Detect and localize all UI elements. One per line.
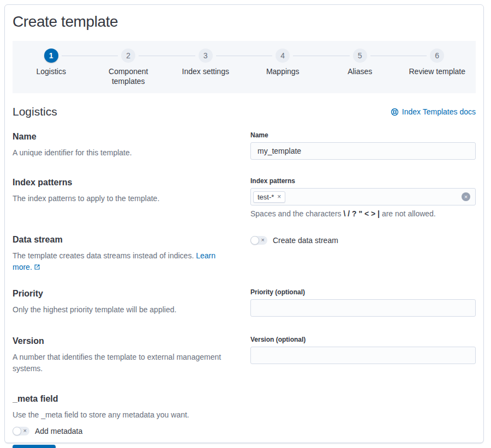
page-title: Create template bbox=[13, 13, 476, 31]
remove-tag-icon[interactable]: × bbox=[277, 193, 281, 200]
form-row-priority: Priority Only the highest priority templ… bbox=[13, 288, 476, 317]
form-row-data-stream: Data stream The template creates data st… bbox=[13, 234, 476, 274]
step-connector bbox=[370, 56, 399, 56]
toggle-thumb bbox=[250, 236, 259, 245]
next-button[interactable]: Next bbox=[13, 445, 56, 448]
index-pattern-tag: test-* × bbox=[253, 191, 285, 203]
version-input[interactable] bbox=[250, 347, 476, 364]
create-data-stream-toggle-label: Create data stream bbox=[273, 236, 338, 245]
step-connector bbox=[216, 56, 244, 56]
step-label: Component templates bbox=[95, 66, 161, 87]
index-patterns-helper-text: Spaces and the characters \ / ? " < > | … bbox=[250, 209, 476, 218]
step-connector bbox=[139, 56, 167, 56]
create-data-stream-toggle[interactable]: × bbox=[250, 236, 267, 245]
toggle-off-icon: × bbox=[23, 428, 27, 434]
step-connector bbox=[244, 56, 273, 56]
step-label: Review template bbox=[409, 66, 466, 77]
meta-row-description: Use the _meta field to store any metadat… bbox=[13, 409, 460, 421]
add-metadata-toggle[interactable]: × bbox=[13, 427, 29, 435]
step-number-badge: 1 bbox=[44, 49, 58, 63]
docs-link-label: Index Templates docs bbox=[402, 107, 476, 116]
version-row-title: Version bbox=[13, 336, 235, 347]
step-number-badge: 5 bbox=[353, 49, 367, 63]
form-row-version: Version A number that identifies the tem… bbox=[13, 336, 476, 374]
index-pattern-tag-text: test-* bbox=[258, 193, 274, 201]
index-patterns-field-label: Index patterns bbox=[250, 177, 476, 185]
index-patterns-row-title: Index patterns bbox=[13, 177, 235, 189]
index-patterns-row-description: The index patterns to apply to the templ… bbox=[13, 193, 235, 204]
section-title: Logistics bbox=[13, 105, 57, 118]
step-connector bbox=[167, 56, 195, 56]
step-number-badge: 6 bbox=[430, 49, 444, 63]
step-label: Logistics bbox=[37, 66, 66, 77]
step-mappings[interactable]: 4 Mappings bbox=[244, 49, 322, 87]
help-icon bbox=[391, 108, 399, 116]
priority-input[interactable] bbox=[250, 299, 476, 317]
form-row-meta: _meta field Use the _meta field to store… bbox=[13, 393, 476, 421]
step-connector bbox=[399, 56, 427, 56]
step-label: Index settings bbox=[182, 66, 229, 77]
meta-row-title: _meta field bbox=[13, 393, 460, 405]
name-field-label: Name bbox=[250, 131, 476, 139]
name-input[interactable] bbox=[250, 142, 476, 160]
wizard-stepper: 1 Logistics 2 Component templates 3 Inde… bbox=[13, 41, 476, 94]
data-stream-row-title: Data stream bbox=[13, 234, 235, 246]
step-index-settings[interactable]: 3 Index settings bbox=[167, 49, 244, 87]
step-connector bbox=[321, 56, 350, 56]
external-link-icon bbox=[34, 263, 40, 272]
disallowed-characters: \ / ? " < > | bbox=[343, 209, 380, 218]
clear-combobox-icon[interactable]: × bbox=[462, 192, 470, 201]
step-connector bbox=[90, 56, 118, 56]
form-row-index-patterns: Index patterns The index patterns to app… bbox=[13, 177, 476, 218]
step-component-templates[interactable]: 2 Component templates bbox=[90, 49, 167, 87]
index-templates-docs-link[interactable]: Index Templates docs bbox=[391, 107, 476, 116]
name-row-title: Name bbox=[13, 131, 235, 143]
priority-row-description: Only the highest priority template will … bbox=[13, 304, 235, 316]
step-connector bbox=[62, 56, 90, 56]
name-row-description: A unique identifier for this template. bbox=[13, 147, 235, 159]
create-template-panel: Create template 1 Logistics 2 Component … bbox=[4, 4, 484, 443]
step-label: Mappings bbox=[266, 66, 300, 77]
version-row-description: A number that identifies the template to… bbox=[13, 352, 235, 374]
step-connector bbox=[293, 56, 321, 56]
step-number-badge: 4 bbox=[276, 49, 290, 63]
form-row-name: Name A unique identifier for this templa… bbox=[13, 131, 476, 160]
toggle-off-icon: × bbox=[261, 238, 265, 244]
toggle-thumb bbox=[13, 427, 21, 435]
step-number-badge: 3 bbox=[199, 49, 213, 63]
step-review-template[interactable]: 6 Review template bbox=[399, 49, 476, 87]
step-aliases[interactable]: 5 Aliases bbox=[321, 49, 399, 87]
step-label: Aliases bbox=[348, 66, 372, 77]
version-field-label: Version (optional) bbox=[250, 336, 476, 343]
step-logistics[interactable]: 1 Logistics bbox=[13, 49, 90, 87]
priority-field-label: Priority (optional) bbox=[250, 288, 476, 296]
index-patterns-combobox[interactable]: test-* × × bbox=[250, 188, 476, 205]
add-metadata-toggle-label: Add metadata bbox=[35, 427, 82, 435]
step-number-badge: 2 bbox=[121, 49, 135, 63]
priority-row-title: Priority bbox=[13, 288, 235, 300]
data-stream-row-description: The template creates data streams instea… bbox=[13, 250, 235, 274]
